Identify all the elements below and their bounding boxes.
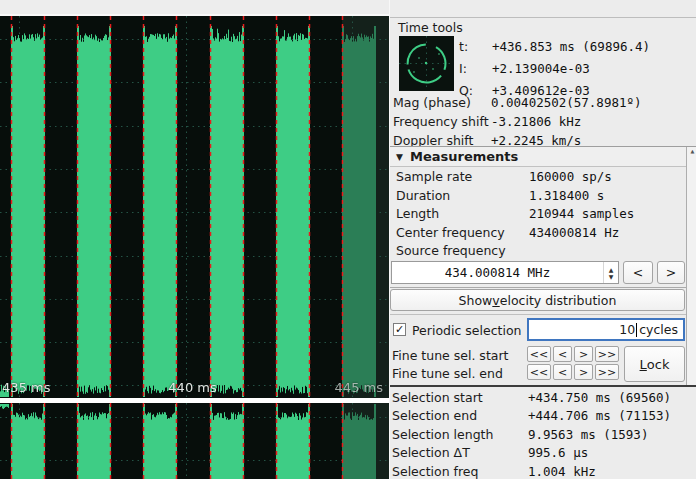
sample-rate-label: Sample rate — [396, 169, 472, 184]
fine-end-back-button[interactable]: < — [553, 364, 572, 380]
fine-start-fast-back-button[interactable]: << — [527, 346, 551, 362]
freq-prev-button[interactable]: < — [623, 261, 653, 284]
mag-phase-label: Mag (phase) — [393, 95, 471, 110]
right-panel: Time tools t: +436.853 ms (69896.4) I: +… — [389, 0, 696, 479]
fine-tune-start-label: Fine tune sel. start — [392, 348, 509, 363]
frequency-spinbox[interactable]: 434.000814 MHz ▲ ▼ — [391, 261, 619, 284]
fine-tune-end-label: Fine tune sel. end — [392, 366, 503, 381]
freq-next-button[interactable]: > — [657, 261, 685, 284]
cycles-suffix: cycles — [639, 322, 678, 337]
selection-length-value: 9.9563 ms (1593) — [528, 427, 648, 442]
t-label: t: — [459, 39, 468, 54]
velocity-button-mnemonic: v — [492, 293, 499, 308]
length-label: Length — [396, 206, 439, 221]
spin-up-icon[interactable]: ▲ — [609, 266, 614, 273]
selection-end-label: Selection end — [392, 408, 477, 423]
periodic-selection-checkbox[interactable]: ✓ — [393, 323, 406, 336]
selection-start-label: Selection start — [392, 390, 483, 405]
show-velocity-distribution-button[interactable]: Show velocity distribution — [390, 289, 685, 311]
selection-start-value: +434.750 ms (69560) — [528, 390, 671, 405]
collapse-triangle-icon: ▼ — [396, 152, 403, 162]
duration-label: Duration — [396, 188, 450, 203]
t-value: +436.853 ms (69896.4) — [492, 39, 650, 54]
separator-line-2 — [390, 314, 696, 315]
text-cursor — [636, 323, 637, 337]
fine-end-forward-button[interactable]: > — [574, 364, 593, 380]
spin-down-icon[interactable]: ▼ — [609, 273, 614, 280]
fine-start-forward-button[interactable]: > — [574, 346, 593, 362]
lock-button-text: ock — [647, 357, 670, 372]
velocity-button-text-post: elocity distribution — [500, 293, 617, 308]
sample-rate-value: 160000 sp/s — [529, 169, 612, 184]
measurements-header-label: Measurements — [410, 149, 518, 164]
checkmark-icon: ✓ — [395, 323, 404, 336]
selection-length-label: Selection length — [392, 427, 493, 442]
selection-freq-value: 1.004 kHz — [528, 464, 596, 479]
time-tools-group-border — [390, 17, 696, 18]
source-frequency-label: Source frequency — [396, 243, 506, 258]
lock-button[interactable]: Lock — [624, 346, 685, 382]
lock-button-mnemonic: L — [640, 357, 647, 372]
periodic-selection-label: Periodic selection — [412, 323, 521, 338]
app-window: Time tools t: +436.853 ms (69896.4) I: +… — [0, 0, 696, 479]
waveform-canvas[interactable] — [0, 0, 389, 479]
spinbox-arrows[interactable]: ▲ ▼ — [603, 262, 618, 283]
frequency-spinbox-value: 434.000814 MHz — [445, 265, 550, 280]
mag-phase-value: 0.00402502(57.8981º) — [491, 95, 642, 110]
section-divider — [390, 385, 696, 387]
selection-end-value: +444.706 ms (71153) — [528, 408, 671, 423]
time-tools-title: Time tools — [398, 20, 463, 35]
frequency-shift-value: -3.21806 kHz — [491, 114, 581, 129]
cycles-value: 10 — [619, 322, 635, 337]
i-label: I: — [459, 61, 467, 76]
length-value: 210944 samples — [529, 206, 634, 221]
measurements-header[interactable]: ▼ Measurements — [390, 146, 696, 167]
fine-end-fast-back-button[interactable]: << — [527, 364, 551, 380]
fine-start-fast-forward-button[interactable]: >> — [595, 346, 619, 362]
velocity-button-text-pre: Show — [459, 293, 493, 308]
selection-delta-t-value: 995.6 µs — [528, 445, 588, 460]
separator-line — [390, 287, 696, 288]
center-frequency-label: Center frequency — [396, 225, 505, 240]
selection-delta-t-label: Selection ΔT — [392, 445, 470, 460]
fine-start-back-button[interactable]: < — [553, 346, 572, 362]
scrollbar-up-icon[interactable]: ▲ — [688, 148, 696, 154]
selection-freq-label: Selection freq — [392, 464, 478, 479]
vertical-scrollbar[interactable]: ▲ — [686, 147, 696, 385]
fine-end-fast-forward-button[interactable]: >> — [595, 364, 619, 380]
iq-constellation-icon — [399, 36, 454, 91]
cycles-input[interactable]: 10 cycles — [527, 318, 685, 341]
frequency-shift-label: Frequency shift — [393, 114, 489, 129]
center-frequency-value: 434000814 Hz — [529, 225, 619, 240]
duration-value: 1.318400 s — [529, 188, 604, 203]
i-value: +2.139004e-03 — [492, 61, 590, 76]
